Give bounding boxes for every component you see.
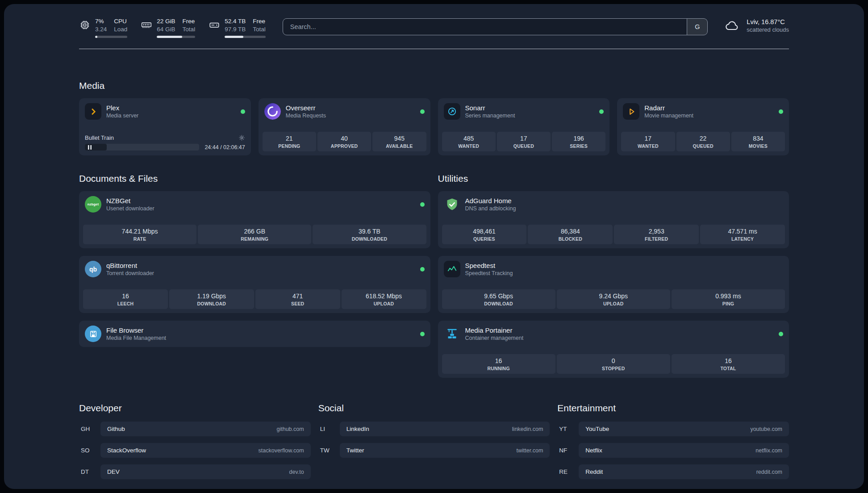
stat-queued: 22QUEUED <box>676 132 730 151</box>
cpu-usage-label: CPU <box>114 17 127 25</box>
service-card-portainer[interactable]: Media Portainer Container management 16R… <box>438 321 789 378</box>
cpu-load-label: Load <box>114 25 127 33</box>
disk-progress-track <box>225 36 266 38</box>
service-card-filebrowser[interactable]: File Browser Media File Management <box>79 321 430 347</box>
service-card-radarr[interactable]: Radarr Movie management 17WANTED 22QUEUE… <box>617 98 789 155</box>
section-title-utilities: Utilities <box>438 173 789 184</box>
service-card-adguard[interactable]: AdGuard Home DNS and adblocking 498,461Q… <box>438 191 789 248</box>
bookmark-reddit[interactable]: RE Reddit reddit.com <box>557 464 789 479</box>
service-card-overseerr[interactable]: Overseerr Media Requests 21PENDING 40APP… <box>259 98 430 155</box>
stat-download: 9.65 GbpsDOWNLOAD <box>442 289 555 309</box>
cpu-icon <box>79 19 91 38</box>
service-card-plex[interactable]: Plex Media server Bullet Train <box>79 98 251 155</box>
cpu-load-value: 3.24 <box>95 25 107 33</box>
memory-free-value: 22 GiB <box>157 17 175 25</box>
status-dot <box>420 109 425 114</box>
stat-wanted: 485WANTED <box>442 132 496 151</box>
stat-seed: 471SEED <box>255 289 340 309</box>
portainer-icon <box>444 326 460 342</box>
service-name: Overseerr <box>286 104 415 112</box>
disk-total-value: 97.9 TB <box>225 25 246 33</box>
cpu-usage-value: 7% <box>95 17 107 25</box>
bookmark-github[interactable]: GH Github github.com <box>79 422 311 436</box>
service-desc: Media server <box>106 113 236 119</box>
bookmark-dev[interactable]: DT DEV dev.to <box>79 464 311 479</box>
playback-time: 24:44 / 02:06:47 <box>204 144 245 150</box>
bookmark-url: dev.to <box>289 469 304 475</box>
gear-icon[interactable] <box>238 134 245 141</box>
service-desc: Media File Management <box>106 335 415 341</box>
stat-leech: 16LEECH <box>83 289 168 309</box>
bookmark-url: twitter.com <box>517 447 543 454</box>
bookmark-linkedin[interactable]: LI LinkedIn linkedin.com <box>318 422 550 436</box>
resource-widget-cpu: 7% 3.24 CPU Load <box>79 17 127 38</box>
stat-blocked: 86,384BLOCKED <box>528 225 613 244</box>
service-card-sonarr[interactable]: Sonarr Series management 485WANTED 17QUE… <box>438 98 610 155</box>
search-bar: G <box>283 18 708 35</box>
service-name: NZBGet <box>106 197 415 205</box>
plex-icon <box>85 103 101 120</box>
bookmark-netflix[interactable]: NF Netflix netflix.com <box>557 443 789 458</box>
bookmark-url: youtube.com <box>750 426 782 432</box>
search-input[interactable] <box>283 19 687 35</box>
bookmark-twitter[interactable]: TW Twitter twitter.com <box>318 443 550 458</box>
bookmark-abbr: TW <box>318 447 340 454</box>
service-name: qBittorrent <box>106 262 415 269</box>
status-dot <box>241 109 245 114</box>
service-desc: Series management <box>465 113 595 119</box>
weather-condition: scattered clouds <box>747 26 789 33</box>
bookmark-group-developer: Developer GH Github github.com SO StackO… <box>79 403 311 486</box>
service-desc: DNS and adblocking <box>465 205 784 212</box>
stat-downloaded: 39.6 TBDOWNLOADED <box>313 225 426 244</box>
service-name: AdGuard Home <box>465 197 784 205</box>
search-provider-button[interactable]: G <box>687 19 707 35</box>
bookmark-youtube[interactable]: YT YouTube youtube.com <box>557 422 789 436</box>
bookmark-group-title: Social <box>318 403 550 414</box>
stat-queued: 17QUEUED <box>497 132 551 151</box>
memory-progress-track <box>157 36 195 38</box>
memory-free-label: Free <box>183 17 196 25</box>
stat-wanted: 17WANTED <box>621 132 675 151</box>
bookmark-abbr: SO <box>79 447 100 454</box>
filebrowser-icon <box>85 326 101 342</box>
status-dot <box>420 267 425 272</box>
playback-progress-bar[interactable] <box>85 144 199 150</box>
disk-icon <box>209 19 220 38</box>
bookmark-url: linkedin.com <box>512 426 543 432</box>
memory-total-value: 64 GiB <box>157 25 175 33</box>
stat-ping: 0.993 msPING <box>672 289 785 309</box>
service-name: Speedtest <box>465 262 784 269</box>
service-card-qbittorrent[interactable]: qb qBittorrent Torrent downloader 16LEEC… <box>79 256 430 313</box>
dashboard: 7% 3.24 CPU Load <box>4 4 864 489</box>
service-desc: Speedtest Tracking <box>465 270 784 276</box>
status-dot <box>779 332 783 336</box>
bookmark-abbr: DT <box>79 468 100 475</box>
bookmark-url: github.com <box>277 426 304 432</box>
bookmark-group-title: Developer <box>79 403 311 414</box>
pause-icon[interactable] <box>88 145 92 150</box>
status-dot <box>420 332 425 336</box>
adguard-icon <box>444 196 460 213</box>
stat-queries: 498,461QUERIES <box>442 225 527 244</box>
bookmark-name: LinkedIn <box>346 426 512 432</box>
bookmark-abbr: NF <box>557 447 579 454</box>
service-desc: Usenet downloader <box>106 205 415 212</box>
service-card-nzbget[interactable]: nzbget NZBGet Usenet downloader 744.21 M… <box>79 191 430 248</box>
playback-progress-fill <box>85 144 107 150</box>
status-dot <box>779 109 783 114</box>
speedtest-icon <box>444 261 460 277</box>
section-documents-files: Documents & Files nzbget NZBGet Usenet d… <box>79 173 430 347</box>
plex-now-playing: Bullet Train <box>83 134 247 151</box>
stat-approved: 40APPROVED <box>317 132 371 151</box>
section-media: Media Plex Media server <box>79 80 789 155</box>
stat-upload: 618.52 MbpsUPLOAD <box>342 289 426 309</box>
disk-progress-fill <box>225 36 243 38</box>
service-name: Sonarr <box>465 104 595 112</box>
bookmark-abbr: RE <box>557 468 579 475</box>
service-card-speedtest[interactable]: Speedtest Speedtest Tracking 9.65 GbpsDO… <box>438 256 789 313</box>
bookmark-stackoverflow[interactable]: SO StackOverflow stackoverflow.com <box>79 443 311 458</box>
nzbget-icon: nzbget <box>85 196 101 213</box>
bookmark-abbr: YT <box>557 426 579 432</box>
bookmark-name: Github <box>107 426 277 432</box>
weather-widget[interactable]: Lviv, 16.87°C scattered clouds <box>723 18 789 33</box>
